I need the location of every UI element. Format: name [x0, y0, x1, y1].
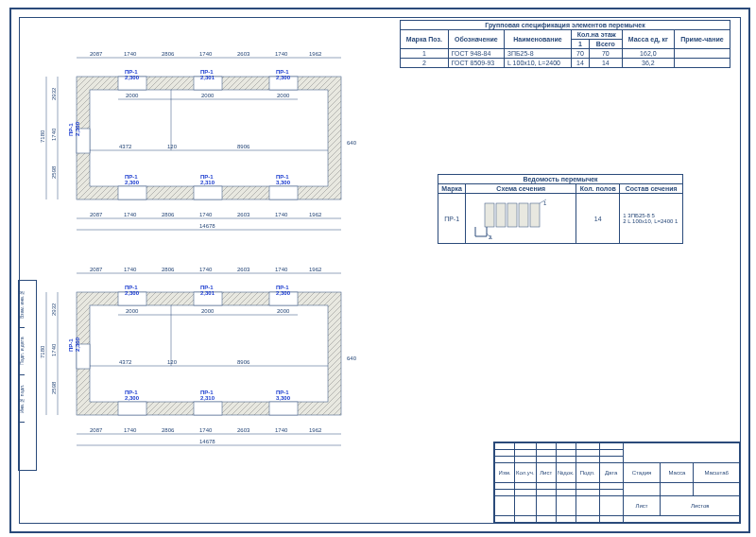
svg-text:1740: 1740: [275, 51, 288, 57]
svg-text:120: 120: [167, 359, 178, 365]
svg-text:2806: 2806: [162, 212, 175, 217]
svg-text:1740: 1740: [275, 212, 288, 217]
svg-text:2,300: 2,300: [276, 75, 291, 80]
svg-text:14678: 14678: [199, 223, 215, 229]
svg-text:1740: 1740: [199, 51, 213, 57]
svg-text:2,300: 2,300: [125, 75, 140, 80]
svg-text:1962: 1962: [309, 427, 322, 433]
svg-text:2087: 2087: [90, 427, 103, 433]
svg-text:2087: 2087: [90, 267, 103, 272]
svg-text:4372: 4372: [119, 359, 132, 365]
svg-text:1740: 1740: [124, 427, 137, 433]
svg-text:2,301: 2,301: [200, 290, 215, 296]
svg-text:2598: 2598: [51, 165, 57, 179]
svg-text:2000: 2000: [277, 93, 290, 98]
svg-text:2,300: 2,300: [125, 290, 140, 296]
svg-text:2806: 2806: [162, 427, 175, 433]
svg-text:8906: 8906: [237, 144, 250, 149]
svg-text:2603: 2603: [237, 267, 250, 272]
svg-text:1: 1: [543, 200, 547, 206]
svg-text:1740: 1740: [124, 212, 137, 217]
svg-text:2000: 2000: [126, 308, 139, 314]
svg-text:1740: 1740: [51, 343, 57, 356]
svg-text:ПР-1: ПР-1: [68, 123, 74, 136]
svg-text:2000: 2000: [277, 308, 290, 314]
svg-rect-8: [269, 186, 298, 199]
svg-rect-7: [194, 186, 222, 199]
svg-text:2000: 2000: [126, 93, 139, 98]
svg-rect-118: [530, 203, 540, 227]
svg-text:1740: 1740: [199, 427, 213, 433]
section-sketch-icon: 1 2: [466, 194, 570, 241]
svg-text:2,300: 2,300: [75, 337, 80, 352]
svg-text:2000: 2000: [201, 308, 215, 314]
svg-text:4372: 4372: [119, 144, 132, 149]
svg-text:2932: 2932: [51, 87, 57, 100]
svg-rect-117: [519, 203, 528, 227]
svg-text:2,300: 2,300: [75, 121, 80, 136]
svg-text:14678: 14678: [199, 439, 215, 444]
svg-text:640: 640: [347, 140, 357, 146]
svg-text:2087: 2087: [90, 212, 103, 217]
svg-text:2,310: 2,310: [200, 180, 215, 185]
spec-row-1: 1ГОСТ 948-84 3ПБ25-870 70162,0: [401, 49, 730, 59]
svg-text:2,301: 2,301: [200, 75, 215, 80]
spec-table: Групповая спецификация элементов перемыч…: [400, 20, 730, 68]
svg-text:2806: 2806: [162, 51, 175, 57]
svg-text:1740: 1740: [124, 267, 137, 272]
svg-rect-63: [194, 402, 222, 415]
svg-text:1962: 1962: [309, 267, 322, 272]
svg-rect-62: [118, 402, 146, 415]
svg-rect-64: [269, 402, 298, 415]
svg-text:7180: 7180: [40, 345, 45, 358]
svg-text:1740: 1740: [124, 51, 137, 57]
svg-rect-58: [90, 305, 328, 402]
svg-text:3,300: 3,300: [276, 395, 291, 401]
svg-text:2603: 2603: [237, 212, 250, 217]
svg-text:2806: 2806: [162, 267, 175, 272]
svg-rect-116: [507, 203, 517, 227]
svg-text:8906: 8906: [237, 359, 250, 365]
svg-text:1740: 1740: [275, 267, 288, 272]
svg-text:3,300: 3,300: [276, 180, 291, 185]
svg-text:120: 120: [167, 144, 178, 149]
svg-text:2,300: 2,300: [125, 395, 140, 401]
svg-text:1962: 1962: [309, 212, 322, 217]
title-block: Изм.Кол.уч.Лист №док.Подп.Дата СтадияМас…: [493, 442, 741, 524]
svg-text:2,300: 2,300: [276, 290, 291, 296]
side-binding-table: Взам. инв.№ Подп. и дата Инв.№ подл.: [18, 280, 37, 471]
svg-text:1962: 1962: [309, 51, 322, 57]
svg-text:2087: 2087: [90, 51, 103, 57]
svg-text:1740: 1740: [199, 267, 213, 272]
svg-text:2,300: 2,300: [125, 180, 140, 185]
svg-text:2000: 2000: [201, 93, 215, 98]
svg-text:2,310: 2,310: [200, 395, 215, 401]
svg-rect-115: [496, 203, 506, 227]
svg-text:640: 640: [347, 355, 357, 361]
svg-rect-6: [118, 186, 146, 199]
svg-text:ПР-1: ПР-1: [68, 338, 74, 352]
svg-text:2932: 2932: [51, 303, 57, 316]
svg-text:1740: 1740: [275, 427, 288, 433]
svg-text:1740: 1740: [199, 212, 213, 217]
svg-rect-2: [90, 90, 328, 186]
svg-rect-114: [485, 203, 494, 227]
spec-row-2: 2ГОСТ 8509-93 L 100x10, L=240014 1436,2: [401, 59, 730, 68]
svg-text:1740: 1740: [51, 128, 57, 141]
svg-text:2603: 2603: [237, 51, 250, 57]
svg-text:2603: 2603: [237, 427, 250, 433]
svg-text:7180: 7180: [40, 130, 45, 143]
lintel-table: Ведомость перемычек Марка Схема сечения …: [438, 174, 683, 244]
svg-text:2598: 2598: [51, 381, 57, 394]
